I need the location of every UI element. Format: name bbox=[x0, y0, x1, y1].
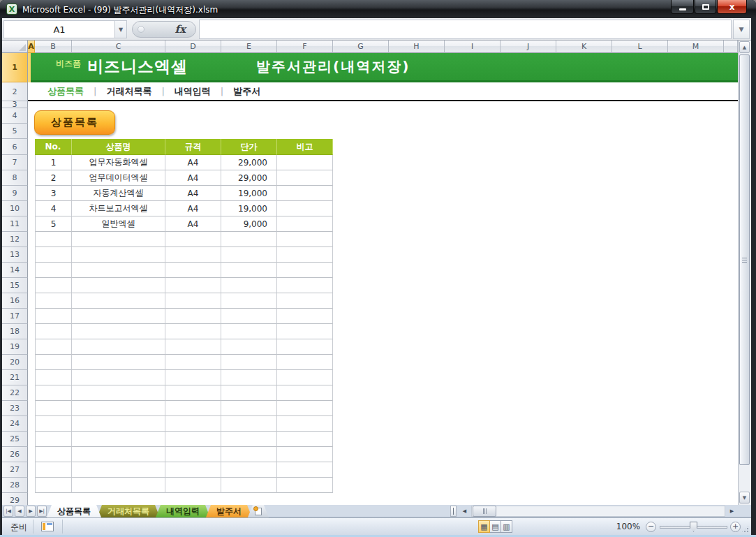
scroll-down-icon[interactable]: ▼ bbox=[739, 492, 750, 503]
macro-record-icon[interactable] bbox=[41, 522, 54, 531]
cell-price[interactable]: 29,000 bbox=[221, 155, 277, 170]
cell-empty[interactable] bbox=[35, 355, 72, 370]
cell-no[interactable]: 3 bbox=[35, 186, 72, 201]
cell-note[interactable] bbox=[277, 155, 333, 170]
zoom-level[interactable]: 100% bbox=[615, 522, 642, 531]
hscroll-right-icon[interactable]: ▶ bbox=[727, 506, 737, 517]
page-layout-view-button[interactable]: ▤ bbox=[489, 520, 501, 533]
row-header-9[interactable]: 9 bbox=[2, 186, 28, 201]
cell-empty[interactable] bbox=[165, 263, 221, 278]
cell-empty[interactable] bbox=[165, 370, 221, 385]
cell-empty[interactable] bbox=[277, 355, 333, 370]
column-header-C[interactable]: C bbox=[72, 41, 165, 53]
row-header-16[interactable]: 16 bbox=[2, 293, 28, 309]
cell-empty[interactable] bbox=[35, 401, 72, 416]
sheet-tab-2[interactable]: 거래처목록 bbox=[97, 505, 160, 517]
row-header-2[interactable]: 2 bbox=[2, 82, 28, 101]
table-header-4[interactable]: 단가 bbox=[221, 139, 277, 155]
cell-spec[interactable]: A4 bbox=[165, 216, 221, 232]
cell-spec[interactable]: A4 bbox=[165, 170, 221, 186]
cell-note[interactable] bbox=[277, 186, 333, 201]
cell-empty[interactable] bbox=[277, 462, 333, 478]
cell-empty[interactable] bbox=[165, 278, 221, 293]
sheet-grid[interactable]: 비즈폼 비즈니스엑셀 발주서관리(내역저장) 상품목록|거래처목록|내역입력|발… bbox=[2, 53, 738, 505]
cell-empty[interactable] bbox=[221, 263, 277, 278]
cell-no[interactable]: 2 bbox=[35, 170, 72, 186]
row-header-6[interactable]: 6 bbox=[2, 139, 28, 155]
cell-empty[interactable] bbox=[277, 232, 333, 247]
cell-empty[interactable] bbox=[72, 432, 165, 447]
cell-empty[interactable] bbox=[221, 401, 277, 416]
cell-empty[interactable] bbox=[277, 339, 333, 355]
name-box-dropdown-icon[interactable]: ▼ bbox=[115, 20, 127, 38]
cell-no[interactable]: 1 bbox=[35, 155, 72, 170]
cell-empty[interactable] bbox=[165, 355, 221, 370]
row-header-26[interactable]: 26 bbox=[2, 447, 28, 462]
column-header-E[interactable]: E bbox=[221, 41, 277, 53]
cell-name[interactable]: 업무자동화엑셀 bbox=[72, 155, 165, 170]
column-header-I[interactable]: I bbox=[445, 41, 501, 53]
column-header-A[interactable]: A bbox=[28, 41, 35, 53]
row-header-5[interactable]: 5 bbox=[2, 124, 28, 139]
cell-price[interactable]: 19,000 bbox=[221, 201, 277, 216]
cell-empty[interactable] bbox=[277, 293, 333, 309]
table-header-5[interactable]: 비고 bbox=[277, 139, 333, 155]
cell-empty[interactable] bbox=[221, 324, 277, 339]
cell-empty[interactable] bbox=[72, 416, 165, 432]
vertical-scrollbar[interactable]: ▲ ▼ bbox=[738, 41, 750, 505]
cell-empty[interactable] bbox=[221, 247, 277, 263]
cell-empty[interactable] bbox=[277, 478, 333, 493]
product-list-button[interactable]: 상품목록 bbox=[34, 110, 115, 135]
cell-empty[interactable] bbox=[221, 293, 277, 309]
cell-spec[interactable]: A4 bbox=[165, 201, 221, 216]
horizontal-scrollbar[interactable] bbox=[471, 506, 725, 517]
cell-empty[interactable] bbox=[72, 339, 165, 355]
cell-empty[interactable] bbox=[72, 278, 165, 293]
row-header-18[interactable]: 18 bbox=[2, 324, 28, 339]
cell-empty[interactable] bbox=[35, 432, 72, 447]
cell-empty[interactable] bbox=[277, 416, 333, 432]
column-header-B[interactable]: B bbox=[35, 41, 72, 53]
cell-empty[interactable] bbox=[165, 462, 221, 478]
cell-no[interactable]: 5 bbox=[35, 216, 72, 232]
cell-name[interactable]: 자동계산엑셀 bbox=[72, 186, 165, 201]
table-header-2[interactable]: 상품명 bbox=[72, 139, 165, 155]
cell-empty[interactable] bbox=[35, 385, 72, 401]
cell-empty[interactable] bbox=[72, 478, 165, 493]
cell-empty[interactable] bbox=[72, 309, 165, 324]
formula-input[interactable] bbox=[199, 20, 732, 39]
column-header-F[interactable]: F bbox=[277, 41, 333, 53]
cell-empty[interactable] bbox=[221, 355, 277, 370]
sheet-tab-4[interactable]: 발주서 bbox=[206, 505, 252, 517]
row-header-24[interactable]: 24 bbox=[2, 416, 28, 432]
formula-bar-expand-icon[interactable]: ▼ bbox=[733, 20, 750, 39]
cell-note[interactable] bbox=[277, 170, 333, 186]
cell-empty[interactable] bbox=[221, 416, 277, 432]
cell-empty[interactable] bbox=[221, 385, 277, 401]
next-sheet-icon[interactable]: ▶ bbox=[26, 506, 36, 517]
cell-empty[interactable] bbox=[221, 232, 277, 247]
cell-empty[interactable] bbox=[35, 462, 72, 478]
zoom-in-icon[interactable]: + bbox=[730, 522, 741, 532]
cell-empty[interactable] bbox=[277, 278, 333, 293]
cell-empty[interactable] bbox=[165, 247, 221, 263]
table-header-3[interactable]: 규격 bbox=[165, 139, 221, 155]
nav-menu-item-3[interactable]: 내역입력 bbox=[175, 85, 211, 98]
cell-spec[interactable]: A4 bbox=[165, 186, 221, 201]
row-header-17[interactable]: 17 bbox=[2, 309, 28, 324]
resize-grip[interactable] bbox=[741, 524, 750, 534]
row-header-23[interactable]: 23 bbox=[2, 401, 28, 416]
last-sheet-icon[interactable]: ▶| bbox=[37, 506, 47, 517]
cell-empty[interactable] bbox=[35, 324, 72, 339]
cell-empty[interactable] bbox=[72, 247, 165, 263]
cell-empty[interactable] bbox=[277, 385, 333, 401]
cell-empty[interactable] bbox=[165, 447, 221, 462]
cell-empty[interactable] bbox=[277, 432, 333, 447]
row-header-27[interactable]: 27 bbox=[2, 462, 28, 478]
cell-empty[interactable] bbox=[221, 339, 277, 355]
cell-empty[interactable] bbox=[277, 263, 333, 278]
cell-empty[interactable] bbox=[72, 447, 165, 462]
row-header-3[interactable]: 3 bbox=[2, 101, 28, 108]
cell-empty[interactable] bbox=[277, 370, 333, 385]
row-header-20[interactable]: 20 bbox=[2, 355, 28, 370]
